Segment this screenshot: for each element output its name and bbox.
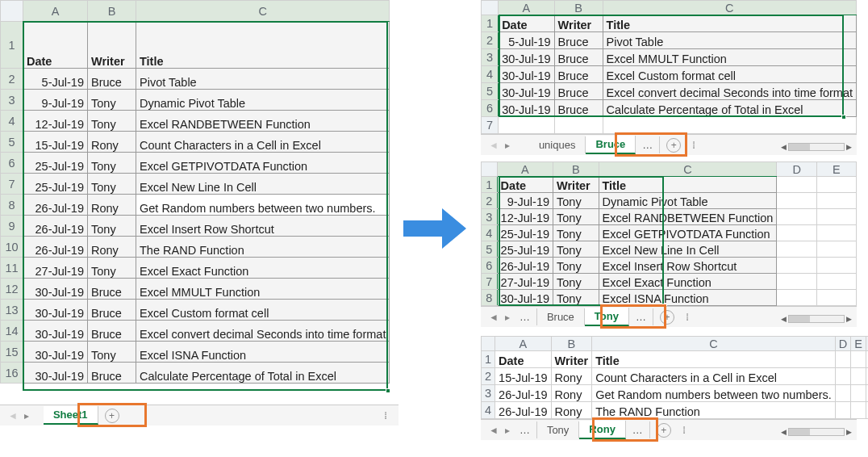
sheet-tab-bruce[interactable]: Bruce [537,308,585,325]
cell-writer[interactable]: Tony [88,90,136,111]
cell[interactable] [816,241,856,258]
cell-date[interactable]: 30-Jul-19 [499,49,554,66]
sheet-tab-ellipsis[interactable]: … [513,421,537,438]
tab-nav-first[interactable]: ◄ [5,410,21,421]
row-header[interactable]: 5 [1,132,23,153]
cell[interactable]: Writer [553,177,599,193]
cell-writer[interactable]: Tony [88,216,136,237]
cell[interactable] [777,274,816,290]
cell[interactable] [851,368,866,385]
select-all-btn[interactable] [482,162,498,177]
col-header-C[interactable]: C [136,1,390,22]
h-scrollbar[interactable]: ◀ ▶ [781,141,852,153]
cell-writer[interactable]: Bruce [554,83,603,100]
cell-date[interactable]: 5-Jul-19 [499,32,554,49]
cell-title[interactable]: Excel Custom format cell [603,66,856,83]
row-header[interactable]: 4 [482,66,499,83]
row-header[interactable]: 3 [482,49,499,66]
col-header-E[interactable]: E [851,337,866,351]
cell[interactable] [499,117,554,134]
cell[interactable] [816,274,856,290]
cell-date[interactable]: 27-Jul-19 [497,274,553,290]
cell[interactable]: Date [495,351,551,368]
row-header[interactable]: 1 [482,351,495,368]
scroll-left-icon[interactable]: ◀ [781,315,787,323]
cell-title[interactable]: Excel MMULT Function [603,49,856,66]
row-header[interactable]: 14 [1,321,23,342]
cell-date[interactable]: 9-Jul-19 [497,193,553,209]
cell-title[interactable]: Excel ISNA Function [599,290,777,306]
scroll-right-icon[interactable]: ▶ [846,143,852,151]
tab-options-icon[interactable]: ⁞ [379,409,392,421]
select-all-btn[interactable] [482,1,499,15]
cell-title[interactable]: Get Random numbers between two numbers. [136,195,390,216]
row-header[interactable]: 2 [482,368,495,385]
cell-writer[interactable]: Tony [553,258,599,274]
sheet-tab-tony[interactable]: Tony [537,421,579,438]
row-header[interactable]: 7 [482,274,498,290]
row-header[interactable]: 1 [482,15,499,32]
cell[interactable] [835,402,850,419]
scroll-right-icon[interactable]: ▶ [846,315,852,323]
col-header-A[interactable]: A [23,1,88,22]
select-all-btn[interactable] [1,1,23,22]
cell[interactable]: Writer [551,351,592,368]
col-header-E[interactable]: E [816,162,856,177]
tab-nav-prev[interactable]: ▸ [21,410,32,421]
cell-writer[interactable]: Rony [88,132,136,153]
rony-grid[interactable]: A B C D E F G 1 Date Writer Title 215-Ju… [481,336,868,419]
tab-options-icon[interactable]: ⁞ [678,424,691,436]
cell-title[interactable]: Dynamic Pivot Table [136,90,390,111]
sheet-tab-tony[interactable]: Tony [585,308,629,326]
cell-date[interactable]: 25-Jul-19 [23,153,88,174]
cell-title[interactable]: Get Random numbers between two numbers. [592,385,836,402]
cell-writer[interactable]: Bruce [88,321,136,342]
cell[interactable] [777,209,816,225]
cell-title[interactable]: Excel Insert Row Shortcut [599,258,777,274]
cell[interactable] [851,385,866,402]
cell-writer[interactable]: Tony [553,193,599,209]
row-header[interactable]: 7 [482,117,499,134]
cell-title[interactable]: Excel New Line In Cell [599,241,777,258]
cell[interactable] [816,193,856,209]
row-header[interactable]: 13 [1,300,23,321]
row-header[interactable]: 3 [1,90,23,111]
new-sheet-btn[interactable]: + [660,310,674,325]
row-header[interactable]: 2 [1,69,23,90]
cell[interactable] [777,258,816,274]
cell-title[interactable]: Excel RANDBETWEEN Function [599,209,777,225]
cell-writer[interactable]: Bruce [88,279,136,300]
cell-title[interactable]: Count Characters in a Cell in Excel [592,368,836,385]
cell[interactable] [816,209,856,225]
cell-date[interactable]: 30-Jul-19 [499,66,554,83]
bruce-grid[interactable]: A B C 1 Date Writer Title 25-Jul-19Bruce… [481,0,857,134]
cell-writer[interactable]: Rony [551,385,592,402]
cell-date[interactable]: 26-Jul-19 [495,385,551,402]
cell-writer[interactable]: Bruce [554,100,603,117]
select-all-btn[interactable] [482,337,495,351]
cell[interactable] [603,117,856,134]
cell[interactable] [777,290,816,306]
tab-options-icon[interactable]: ⁞ [681,311,694,323]
cell-writer[interactable]: Rony [551,368,592,385]
tab-nav-first[interactable]: ◄ [486,425,502,436]
cell-date[interactable]: 12-Jul-19 [23,111,88,132]
main-grid[interactable]: A B C 1 Date Writer Title 25-Jul-19Bruce… [0,0,390,384]
cell-writer[interactable]: Tony [88,258,136,279]
h-scrollbar[interactable]: ◀ ▶ [781,313,852,325]
tab-nav-prev[interactable]: ▸ [502,140,513,151]
cell[interactable]: Title [599,177,777,193]
cell-date[interactable]: 12-Jul-19 [497,209,553,225]
cell-B1[interactable]: Writer [88,22,136,69]
cell-writer[interactable]: Bruce [554,66,603,83]
cell-title[interactable]: Calculate Percentage of Total in Excel [603,100,856,117]
cell[interactable] [777,177,816,193]
cell-writer[interactable]: Rony [551,402,592,419]
cell-title[interactable]: Excel New Line In Cell [136,174,390,195]
cell[interactable] [777,193,816,209]
sheet-tab-rony[interactable]: Rony [579,421,626,439]
cell-writer[interactable]: Tony [553,274,599,290]
row-header[interactable]: 10 [1,237,23,258]
cell-date[interactable]: 26-Jul-19 [23,216,88,237]
cell-writer[interactable]: Tony [553,290,599,306]
